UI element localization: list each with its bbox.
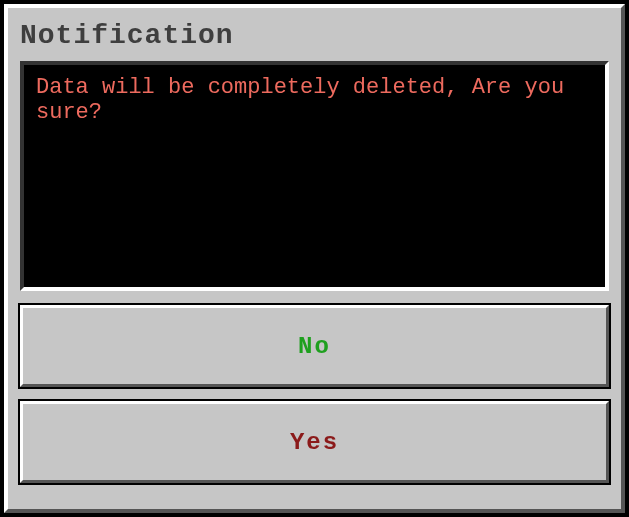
- dialog-title: Notification: [20, 20, 609, 51]
- message-box: Data will be completely deleted, Are you…: [20, 61, 609, 291]
- message-text: Data will be completely deleted, Are you…: [36, 75, 593, 125]
- yes-button[interactable]: Yes: [20, 401, 609, 483]
- no-button[interactable]: No: [20, 305, 609, 387]
- notification-dialog: Notification Data will be completely del…: [4, 4, 625, 513]
